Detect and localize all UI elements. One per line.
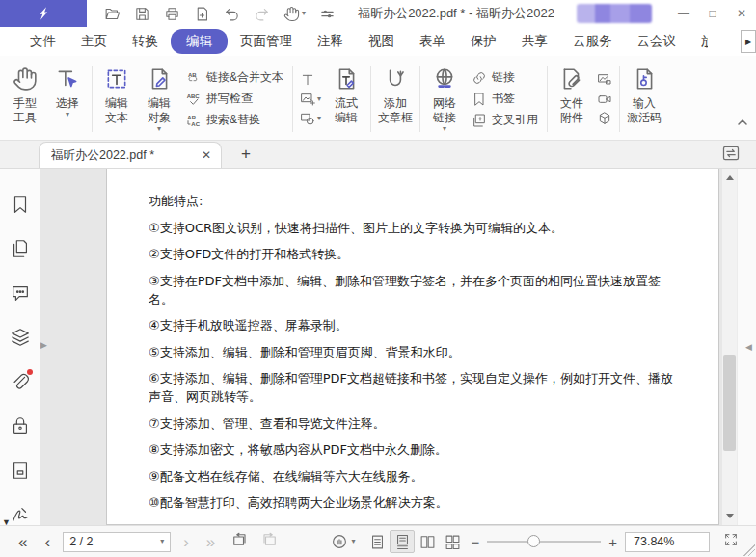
prev-page-button[interactable]: ‹ xyxy=(36,534,59,550)
security-panel-button[interactable] xyxy=(10,415,31,437)
page-number-input[interactable]: 2 / 2 ▾ xyxy=(63,532,171,552)
continuous-facing-view-button[interactable] xyxy=(440,530,465,553)
previous-view-button[interactable] xyxy=(224,531,255,552)
tab-page-management[interactable]: 页面管理 xyxy=(228,29,305,54)
continuous-facing-icon xyxy=(445,534,461,550)
minimize-button[interactable]: — xyxy=(669,0,698,27)
first-page-button[interactable]: « xyxy=(10,534,36,550)
layers-panel-button[interactable] xyxy=(10,327,31,348)
zoom-level-input[interactable]: 73.84% xyxy=(625,532,710,552)
last-page-button[interactable]: » xyxy=(198,534,224,550)
signature-panel-button[interactable] xyxy=(10,504,31,525)
bookmark-button[interactable]: 书签 xyxy=(472,91,538,107)
file-attachment-icon xyxy=(559,66,584,92)
single-page-view-button[interactable] xyxy=(364,530,390,553)
bookmarks-panel-button[interactable] xyxy=(10,194,31,215)
fullscreen-button[interactable] xyxy=(716,532,746,551)
app-logo[interactable] xyxy=(0,0,87,27)
add-shape-button[interactable]: ▾ xyxy=(300,111,321,126)
hand-tool-button[interactable]: 手型 工具 xyxy=(4,60,46,138)
tab-edit[interactable]: 编辑 xyxy=(171,29,228,54)
tab-cloud-service[interactable]: 云服务 xyxy=(560,29,625,54)
facing-view-button[interactable] xyxy=(415,530,440,553)
customize-toolbar-button[interactable] xyxy=(319,6,336,22)
spell-check-button[interactable]: ABC 拼写检查 xyxy=(186,91,284,107)
text-tools-group: AB 链接&合并文本 ABC 拼写检查 ABAC 搜索&替换 xyxy=(180,60,289,138)
new-page-button[interactable] xyxy=(194,6,210,22)
tab-view[interactable]: 视图 xyxy=(356,29,407,54)
link-tools-group: 链接 书签 交叉引用 xyxy=(466,60,544,138)
next-page-button[interactable]: › xyxy=(175,534,198,550)
tab-share[interactable]: 共享 xyxy=(509,29,560,54)
close-button[interactable]: ✕ xyxy=(727,0,756,27)
undo-icon xyxy=(224,6,240,22)
zoom-in-button[interactable]: + xyxy=(603,534,623,550)
3d-model-button[interactable] xyxy=(597,111,612,126)
tab-convert[interactable]: 转换 xyxy=(120,29,171,54)
tab-form[interactable]: 表单 xyxy=(407,29,458,54)
edit-text-button[interactable]: 编辑 文本 xyxy=(95,60,138,138)
attachments-panel-button[interactable] xyxy=(10,371,31,392)
undo-button[interactable] xyxy=(224,6,240,22)
print-button[interactable] xyxy=(164,6,180,22)
web-link-button[interactable]: 网络 链接 ▾ xyxy=(423,60,466,138)
video-audio-button[interactable] xyxy=(597,92,612,107)
select-tool-button[interactable]: 选择 ▾ xyxy=(46,60,89,138)
collapse-ribbon-button[interactable] xyxy=(737,115,748,132)
tab-overflow[interactable]: 放 xyxy=(688,29,708,54)
scroll-up-button[interactable] xyxy=(722,171,737,185)
doc-line: ②支持OFD文件的打开和格式转换。 xyxy=(148,245,680,263)
continuous-view-button[interactable] xyxy=(390,530,415,553)
destinations-panel-button[interactable] xyxy=(10,460,31,481)
tab-home[interactable]: 主页 xyxy=(68,29,120,54)
scrollbar-thumb[interactable] xyxy=(723,355,736,451)
vertical-scrollbar[interactable] xyxy=(722,169,737,525)
save-button[interactable] xyxy=(134,6,150,22)
zoom-slider-thumb[interactable] xyxy=(527,535,540,547)
next-view-button[interactable] xyxy=(255,531,285,552)
page-thumbnails-panel-button[interactable] xyxy=(10,238,31,259)
ribbon-divider xyxy=(292,66,293,132)
add-image-button[interactable]: ▾ xyxy=(300,92,321,107)
file-attachment-button[interactable]: 文件 附件 xyxy=(551,60,593,138)
add-shape-icon xyxy=(300,111,315,126)
redo-button[interactable] xyxy=(254,6,270,22)
cross-reference-button[interactable]: 交叉引用 xyxy=(472,112,538,128)
open-file-button[interactable] xyxy=(104,6,121,22)
add-article-box-icon xyxy=(383,66,408,92)
edit-object-button[interactable]: 编辑 对象 ▾ xyxy=(138,60,180,138)
link-merge-text-button[interactable]: AB 链接&合并文本 xyxy=(186,69,284,86)
search-replace-label: 搜索&替换 xyxy=(206,112,260,128)
tab-cloud-meeting[interactable]: 云会议 xyxy=(625,29,689,54)
user-account-badge[interactable] xyxy=(577,4,652,23)
hand-gesture-icon xyxy=(284,6,300,22)
maximize-button[interactable]: □ xyxy=(698,0,727,27)
search-replace-button[interactable]: ABAC 搜索&替换 xyxy=(186,112,284,128)
add-article-box-button[interactable]: 添加 文章框 xyxy=(374,60,417,138)
tab-comment[interactable]: 注释 xyxy=(305,29,356,54)
new-tab-button[interactable]: + xyxy=(235,145,256,168)
expand-left-panel-button[interactable]: ▶ xyxy=(40,340,47,350)
activation-code-button[interactable]: 输入 激活码 xyxy=(623,60,665,138)
scroll-down-button[interactable] xyxy=(722,509,737,523)
image-annotation-button[interactable] xyxy=(597,72,612,88)
zoom-out-button[interactable]: − xyxy=(465,534,485,550)
comments-panel-button[interactable] xyxy=(10,282,31,304)
doc-line: ③支持在PDF文档中添加、编辑、删除和管理数字签名，并在多个页面的相同位置快速放… xyxy=(148,272,680,308)
add-text-button[interactable] xyxy=(300,72,321,88)
hand-mode-button[interactable]: ▾ xyxy=(321,533,364,550)
tab-protect[interactable]: 保护 xyxy=(458,29,509,54)
hand-gesture-button[interactable]: ▾ xyxy=(284,6,306,22)
doc-line: ⑩配备智慧打印、高效招聘两大企业场景化解决方案。 xyxy=(148,493,680,512)
link-button[interactable]: 链接 xyxy=(472,69,538,86)
menu-scroll-right-button[interactable]: ▶ xyxy=(741,30,756,53)
tab-close-icon[interactable]: ✕ xyxy=(200,148,213,162)
resize-grip[interactable] xyxy=(743,544,755,556)
swap-view-button[interactable] xyxy=(721,144,741,167)
zoom-slider[interactable] xyxy=(487,532,601,551)
expand-right-panel-button[interactable]: ◀ xyxy=(745,342,752,352)
pdf-page[interactable]: 功能特点: ①支持OCR图文识别，快速将扫描件、图片上的文字转换为可编辑的文本。… xyxy=(106,169,719,525)
document-tab[interactable]: 福昕办公2022.pdf * ✕ xyxy=(39,142,222,168)
tab-file[interactable]: 文件 xyxy=(17,29,68,54)
flow-edit-button[interactable]: 流式 编辑 xyxy=(325,60,367,138)
